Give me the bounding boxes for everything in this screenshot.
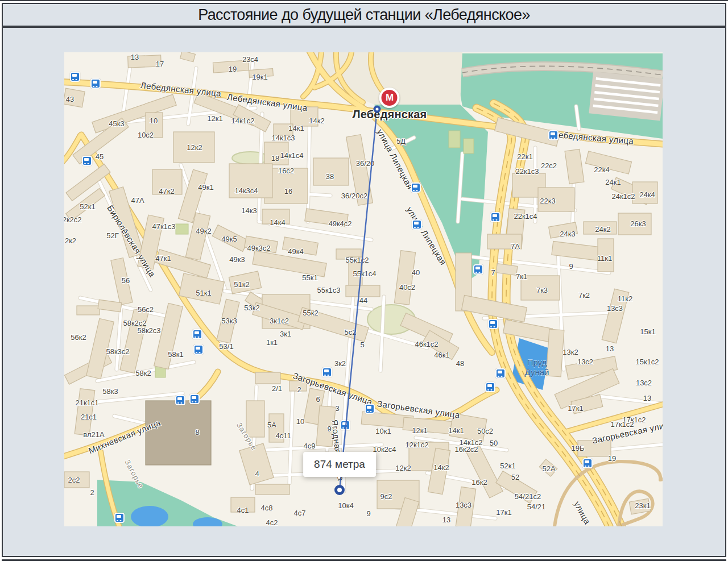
parking-lot — [589, 72, 663, 121]
measure-end-point[interactable] — [334, 485, 345, 495]
map-viewport[interactable]: Пруд Дунай 13171923с419к14345к31010с212к… — [64, 52, 663, 526]
distance-value: 874 метра — [314, 458, 365, 470]
measure-start-point[interactable] — [374, 106, 381, 113]
page-title: Расстояние до будущей станции «Лебедянск… — [198, 6, 530, 24]
page-top-border — [0, 0, 728, 1]
distance-tooltip[interactable]: 874 метра — [303, 452, 376, 477]
title-bar: Расстояние до будущей станции «Лебедянск… — [2, 3, 726, 27]
page-bottom-border — [2, 559, 726, 561]
